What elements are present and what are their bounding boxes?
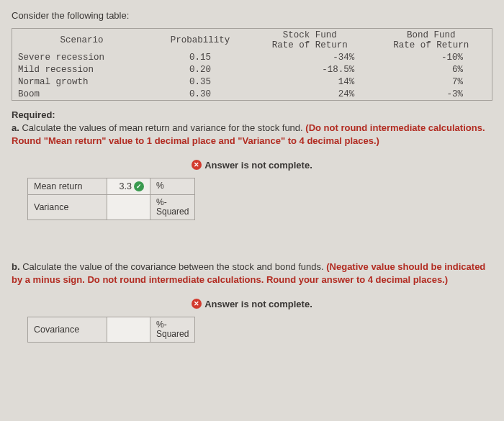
variance-label: Variance <box>28 194 107 219</box>
mean-return-label: Mean return <box>28 178 107 194</box>
answer-table-b: Covariance %- Squared <box>27 317 195 343</box>
scenario-table: Scenario Probability Stock Fund Rate of … <box>12 28 492 101</box>
table-row: Boom 0.30 24% -3% <box>12 88 492 101</box>
mean-return-unit: % <box>150 178 195 194</box>
x-icon: ✕ <box>192 160 202 170</box>
table-row: Severe recession 0.15 -34% -10% <box>12 51 492 63</box>
x-icon: ✕ <box>192 299 202 309</box>
check-icon: ✓ <box>134 181 144 191</box>
answer-status: Answer is not complete. <box>204 299 312 309</box>
table-row: Mean return 3.3 ✓ % <box>28 178 195 194</box>
table-row: Mild recession 0.20 -18.5% 6% <box>12 63 492 76</box>
table-row: Variance %- Squared <box>28 194 195 219</box>
table-row: Covariance %- Squared <box>28 317 195 342</box>
col-scenario: Scenario <box>12 29 152 52</box>
part-a-text: a. Calculate the values of mean return a… <box>12 122 492 147</box>
covariance-value[interactable] <box>107 317 150 342</box>
answer-table-a: Mean return 3.3 ✓ % Variance %- Squared <box>27 178 195 220</box>
covariance-unit: %- Squared <box>150 317 195 342</box>
col-probability: Probability <box>151 29 249 52</box>
mean-return-value[interactable]: 3.3 ✓ <box>107 178 150 194</box>
variance-value[interactable] <box>107 194 150 219</box>
answer-status: Answer is not complete. <box>204 160 312 171</box>
required-label: Required: <box>12 109 492 120</box>
part-b-text: b. Calculate the value of the covariance… <box>12 261 492 286</box>
variance-unit: %- Squared <box>150 194 195 219</box>
intro-text: Consider the following table: <box>12 10 492 21</box>
col-bond: Bond Fund Rate of Return <box>370 29 492 52</box>
covariance-label: Covariance <box>28 317 107 342</box>
col-stock: Stock Fund Rate of Return <box>249 29 370 52</box>
table-row: Normal growth 0.35 14% 7% <box>12 76 492 88</box>
